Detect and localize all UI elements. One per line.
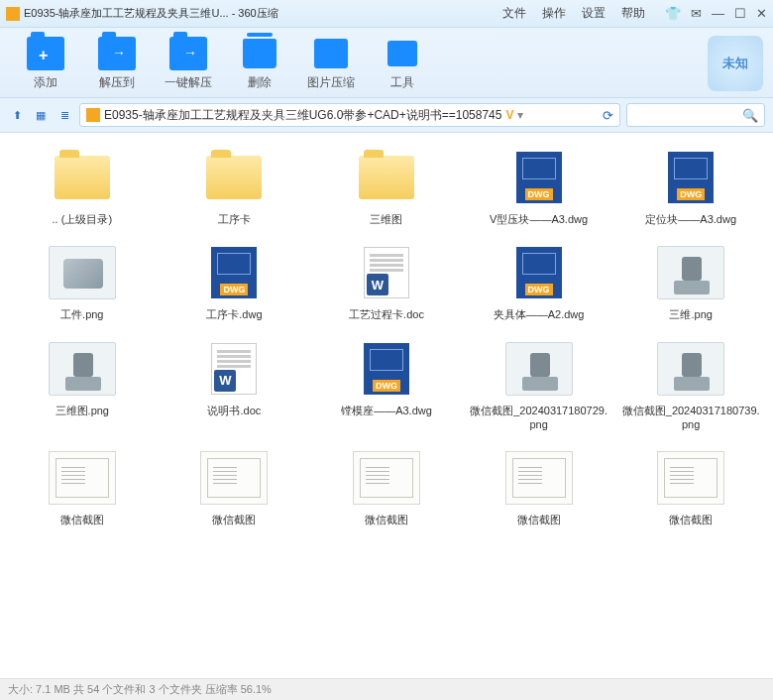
file-item[interactable]: 微信截图_20240317180739.png bbox=[616, 336, 765, 436]
file-item[interactable]: 微信截图 bbox=[312, 445, 461, 530]
path-text: E0935-轴承座加工工艺规程及夹具三维UG6.0带参+CAD+说明书==105… bbox=[104, 107, 501, 124]
file-item[interactable]: 微信截图 bbox=[161, 445, 309, 530]
file-item[interactable]: 三维图 bbox=[312, 145, 461, 230]
file-name: 定位块——A3.dwg bbox=[645, 212, 736, 226]
file-item[interactable]: 微信截图 bbox=[616, 445, 765, 530]
file-name: 说明书.doc bbox=[207, 404, 261, 417]
address-bar: ⬆ ▦ ≣ E0935-轴承座加工工艺规程及夹具三维UG6.0带参+CAD+说明… bbox=[0, 98, 773, 133]
dwg-icon bbox=[505, 149, 573, 206]
file-item[interactable]: 三维.png bbox=[616, 240, 765, 325]
doc-icon: W bbox=[200, 340, 268, 398]
file-name: 微信截图 bbox=[365, 513, 408, 526]
minimize-icon[interactable]: — bbox=[712, 6, 724, 21]
titlebar: E0935-轴承座加工工艺规程及夹具三维U... - 360压缩 文件 操作 设… bbox=[0, 0, 773, 28]
draw-icon bbox=[657, 449, 724, 507]
file-name: 镗模座——A3.dwg bbox=[341, 404, 432, 417]
dwg-icon bbox=[353, 340, 420, 398]
fixture-icon bbox=[49, 340, 116, 398]
file-name: 工序卡 bbox=[218, 212, 251, 226]
file-name: 夹具体——A2.dwg bbox=[494, 307, 585, 321]
fixture-icon bbox=[657, 244, 724, 301]
statusbar: 大小: 7.1 MB 共 54 个文件和 3 个文件夹 压缩率 56.1% bbox=[0, 678, 773, 700]
file-item[interactable]: 镗模座——A3.dwg bbox=[312, 336, 461, 436]
tool-label: 添加 bbox=[34, 74, 57, 91]
verify-icon: V bbox=[505, 108, 513, 122]
file-item[interactable]: W工艺过程卡.doc bbox=[312, 240, 461, 325]
window-title: E0935-轴承座加工工艺规程及夹具三维U... - 360压缩 bbox=[24, 6, 278, 21]
tool-oneclick[interactable]: →一键解压 bbox=[153, 37, 224, 91]
file-item[interactable]: 工件.png bbox=[8, 240, 157, 325]
file-name: 微信截图_20240317180739.png bbox=[621, 404, 760, 432]
file-item[interactable]: 微信截图 bbox=[465, 445, 613, 530]
tool-extract[interactable]: →解压到 bbox=[81, 37, 153, 91]
tool-label: 一键解压 bbox=[165, 74, 212, 91]
tool-label: 删除 bbox=[248, 74, 272, 91]
close-icon[interactable]: ✕ bbox=[756, 6, 767, 21]
part-icon bbox=[49, 244, 116, 301]
dwg-icon bbox=[200, 244, 268, 301]
feedback-icon[interactable]: ✉ bbox=[691, 6, 702, 21]
fixture-icon bbox=[505, 340, 573, 398]
search-icon: 🔍 bbox=[742, 108, 758, 123]
file-name: 微信截图 bbox=[60, 513, 104, 526]
file-name: 工序卡.dwg bbox=[206, 307, 262, 321]
refresh-icon[interactable]: ⟳ bbox=[603, 108, 613, 123]
file-item[interactable]: .. (上级目录) bbox=[8, 145, 157, 230]
file-name: 工艺过程卡.doc bbox=[349, 307, 424, 321]
window-controls: 👕 ✉ — ☐ ✕ bbox=[665, 6, 767, 21]
file-item[interactable]: V型压块——A3.dwg bbox=[465, 145, 613, 230]
search-input[interactable]: 🔍 bbox=[626, 103, 765, 127]
file-name: .. (上级目录) bbox=[53, 212, 113, 226]
tool-delete[interactable]: 删除 bbox=[224, 37, 295, 91]
menu-bar: 文件 操作 设置 帮助 bbox=[502, 5, 645, 22]
toolbar: +添加→解压到→一键解压删除图片压缩工具 未知 bbox=[0, 28, 773, 98]
tool-tool[interactable]: 工具 bbox=[367, 37, 438, 91]
tool-label: 解压到 bbox=[99, 74, 135, 91]
file-item[interactable]: 工序卡.dwg bbox=[161, 240, 309, 325]
draw-icon bbox=[49, 449, 116, 507]
dwg-icon bbox=[505, 244, 573, 301]
folder-icon bbox=[200, 149, 268, 206]
tool-label: 图片压缩 bbox=[307, 74, 355, 91]
file-item[interactable]: W说明书.doc bbox=[161, 336, 309, 436]
file-item[interactable]: 定位块——A3.dwg bbox=[616, 145, 765, 230]
tool-image[interactable]: 图片压缩 bbox=[295, 37, 367, 91]
status-text: 大小: 7.1 MB 共 54 个文件和 3 个文件夹 压缩率 56.1% bbox=[8, 682, 272, 697]
menu-settings[interactable]: 设置 bbox=[582, 5, 606, 22]
file-name: 微信截图 bbox=[669, 513, 713, 526]
maximize-icon[interactable]: ☐ bbox=[734, 6, 746, 21]
menu-operate[interactable]: 操作 bbox=[542, 5, 566, 22]
file-name: 三维.png bbox=[669, 307, 712, 321]
unknown-badge[interactable]: 未知 bbox=[708, 36, 763, 91]
file-name: 三维图 bbox=[370, 212, 402, 226]
view-icon[interactable]: ▦ bbox=[32, 106, 50, 124]
file-name: 微信截图_20240317180729.png bbox=[470, 404, 608, 432]
file-item[interactable]: 工序卡 bbox=[161, 145, 309, 230]
tool-add[interactable]: +添加 bbox=[10, 37, 81, 91]
file-item[interactable]: 夹具体——A2.dwg bbox=[465, 240, 613, 325]
file-name: V型压块——A3.dwg bbox=[490, 212, 588, 226]
folder-icon bbox=[49, 149, 116, 206]
fixture-icon bbox=[657, 340, 724, 398]
tool-label: 工具 bbox=[390, 74, 414, 91]
skin-icon[interactable]: 👕 bbox=[665, 6, 681, 21]
menu-help[interactable]: 帮助 bbox=[621, 5, 645, 22]
folder-icon bbox=[353, 149, 420, 206]
archive-icon bbox=[86, 108, 100, 122]
file-name: 工件.png bbox=[60, 307, 103, 321]
draw-icon bbox=[505, 449, 573, 507]
file-item[interactable]: 三维图.png bbox=[8, 336, 157, 436]
up-icon[interactable]: ⬆ bbox=[8, 106, 26, 124]
dropdown-icon[interactable]: ▾ bbox=[517, 108, 523, 122]
path-input[interactable]: E0935-轴承座加工工艺规程及夹具三维UG6.0带参+CAD+说明书==105… bbox=[79, 103, 620, 127]
draw-icon bbox=[200, 449, 268, 507]
menu-file[interactable]: 文件 bbox=[502, 5, 526, 22]
dwg-icon bbox=[657, 149, 724, 206]
file-name: 三维图.png bbox=[55, 404, 109, 417]
file-item[interactable]: 微信截图 bbox=[8, 445, 157, 530]
file-list: .. (上级目录)工序卡三维图V型压块——A3.dwg定位块——A3.dwg工件… bbox=[0, 133, 773, 678]
draw-icon bbox=[353, 449, 420, 507]
list-icon[interactable]: ≣ bbox=[55, 106, 73, 124]
file-item[interactable]: 微信截图_20240317180729.png bbox=[465, 336, 613, 436]
doc-icon: W bbox=[353, 244, 420, 301]
